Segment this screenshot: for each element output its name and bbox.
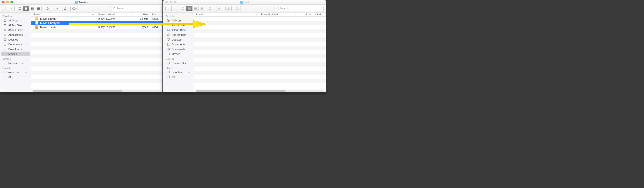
titlebar[interactable]: Movies bbox=[0, 0, 162, 4]
view-icons-button[interactable] bbox=[180, 6, 186, 11]
table-row[interactable] bbox=[194, 83, 326, 87]
view-columns-button[interactable] bbox=[29, 6, 36, 11]
sidebar-item-remotedisc[interactable]: Remote Disc bbox=[164, 61, 193, 65]
view-list-button[interactable] bbox=[23, 6, 29, 11]
search-field[interactable] bbox=[111, 6, 160, 11]
sidebar-item-all-shared[interactable]: All… bbox=[164, 75, 193, 79]
sidebar-item-documents[interactable]: Documents bbox=[1, 42, 30, 47]
table-row[interactable] bbox=[194, 29, 326, 33]
file-list[interactable]: iMovie Library Today, 5:02 PM 1.5 MB iMo… bbox=[31, 17, 162, 89]
search-input[interactable] bbox=[117, 7, 158, 10]
table-row[interactable] bbox=[31, 79, 162, 83]
arrange-button[interactable] bbox=[44, 6, 51, 11]
back-button[interactable] bbox=[2, 6, 8, 11]
table-row[interactable] bbox=[194, 37, 326, 42]
table-row[interactable] bbox=[194, 33, 326, 37]
sidebar-item-airdrop[interactable]: AirDrop bbox=[1, 18, 30, 23]
sidebar-item-icloud[interactable]: iCloud Drive bbox=[1, 28, 30, 32]
table-row[interactable] bbox=[31, 67, 162, 71]
column-size[interactable]: Size bbox=[296, 12, 313, 16]
minimize-button[interactable] bbox=[170, 1, 172, 3]
table-row[interactable] bbox=[31, 42, 162, 46]
table-row[interactable] bbox=[31, 83, 162, 87]
sidebar-item-icloud[interactable]: iCloud Drive bbox=[164, 28, 193, 32]
view-gallery-button[interactable] bbox=[199, 6, 205, 11]
action-button[interactable] bbox=[53, 6, 60, 11]
scrollbar-thumb[interactable] bbox=[32, 90, 122, 92]
view-gallery-button[interactable] bbox=[36, 6, 42, 11]
table-row[interactable]: iMovie Library Today, 5:02 PM 1.5 MB iMo… bbox=[31, 17, 162, 21]
column-date[interactable]: Date Modified bbox=[96, 12, 132, 16]
table-row[interactable] bbox=[31, 71, 162, 75]
table-row[interactable] bbox=[194, 79, 326, 83]
table-row[interactable]: iMovie Library.zip bbox=[31, 21, 162, 25]
table-row[interactable] bbox=[194, 71, 326, 75]
column-name[interactable]: Name^ bbox=[194, 12, 259, 16]
file-list[interactable] bbox=[194, 17, 326, 89]
tags-button[interactable] bbox=[70, 6, 78, 11]
sidebar-item-allmyfiles[interactable]: All My Files bbox=[164, 23, 193, 27]
column-date[interactable]: Date Modified bbox=[259, 12, 296, 16]
table-row[interactable] bbox=[31, 50, 162, 54]
eject-icon[interactable]: ⏏ bbox=[25, 71, 27, 74]
table-row[interactable] bbox=[31, 75, 162, 79]
column-kind[interactable]: Kind bbox=[313, 12, 326, 16]
table-row[interactable]: iMovie Theater Today, 5:02 PM 115 bytes … bbox=[31, 25, 162, 29]
table-row[interactable] bbox=[31, 29, 162, 33]
sidebar-item-desktop[interactable]: Desktop bbox=[164, 37, 193, 42]
close-button[interactable] bbox=[165, 1, 168, 3]
sidebar-item-airdrop[interactable]: AirDrop bbox=[164, 18, 193, 23]
horizontal-scrollbar[interactable] bbox=[32, 90, 161, 92]
sidebar-item-server[interactable]: uss-cb.w…⏏ bbox=[1, 70, 30, 74]
table-row[interactable] bbox=[194, 62, 326, 67]
scrollbar-thumb[interactable] bbox=[196, 90, 286, 92]
table-row[interactable] bbox=[194, 17, 326, 21]
column-size[interactable]: Size bbox=[132, 12, 150, 16]
back-button[interactable] bbox=[165, 6, 172, 11]
view-icons-button[interactable] bbox=[17, 6, 23, 11]
maximize-button[interactable] bbox=[10, 1, 13, 3]
view-list-button[interactable] bbox=[186, 6, 192, 11]
sidebar-item-documents[interactable]: Documents bbox=[164, 42, 193, 47]
sidebar-item-applications[interactable]: Applications bbox=[1, 32, 30, 37]
sidebar-item-server[interactable]: uss-cb.w…⏏ bbox=[164, 70, 193, 74]
table-row[interactable] bbox=[31, 33, 162, 37]
table-row[interactable] bbox=[194, 58, 326, 62]
sidebar-item-allmyfiles[interactable]: All My Files bbox=[1, 23, 30, 27]
titlebar[interactable]: Test bbox=[163, 0, 326, 4]
table-row[interactable] bbox=[194, 75, 326, 79]
sidebar-item-movies[interactable]: Movies bbox=[1, 52, 30, 56]
search-field[interactable] bbox=[274, 6, 324, 11]
table-row[interactable] bbox=[194, 42, 326, 46]
table-row[interactable] bbox=[31, 54, 162, 58]
table-row[interactable] bbox=[194, 21, 326, 25]
table-row[interactable] bbox=[31, 46, 162, 50]
table-row[interactable] bbox=[194, 67, 326, 71]
eject-icon[interactable]: ⏏ bbox=[188, 71, 190, 74]
close-button[interactable] bbox=[2, 1, 4, 3]
search-input[interactable] bbox=[280, 7, 322, 10]
forward-button[interactable] bbox=[8, 6, 14, 11]
table-row[interactable] bbox=[31, 37, 162, 42]
table-row[interactable] bbox=[194, 50, 326, 54]
sidebar-item-remotedisc[interactable]: Remote Disc bbox=[1, 61, 30, 65]
sidebar-item-desktop[interactable]: Desktop bbox=[1, 37, 30, 42]
table-row[interactable] bbox=[31, 58, 162, 62]
sidebar-item-downloads[interactable]: Downloads bbox=[1, 47, 30, 51]
share-button[interactable] bbox=[225, 6, 232, 11]
sidebar-item-movies[interactable]: Movies bbox=[164, 52, 193, 56]
table-row[interactable] bbox=[194, 54, 326, 58]
table-row[interactable] bbox=[31, 62, 162, 67]
sidebar-item-applications[interactable]: Applications bbox=[164, 32, 193, 37]
minimize-button[interactable] bbox=[6, 1, 9, 3]
action-button[interactable] bbox=[216, 6, 223, 11]
sidebar-item-downloads[interactable]: Downloads bbox=[164, 47, 193, 51]
tags-button[interactable] bbox=[234, 6, 241, 11]
column-name[interactable]: Name^ bbox=[31, 12, 96, 16]
horizontal-scrollbar[interactable] bbox=[196, 90, 324, 92]
sidebar-item-all-shared[interactable]: All… bbox=[1, 75, 30, 79]
share-button[interactable] bbox=[62, 6, 68, 11]
table-row[interactable] bbox=[194, 25, 326, 29]
column-kind[interactable]: Kind bbox=[150, 12, 162, 16]
forward-button[interactable] bbox=[172, 6, 178, 11]
